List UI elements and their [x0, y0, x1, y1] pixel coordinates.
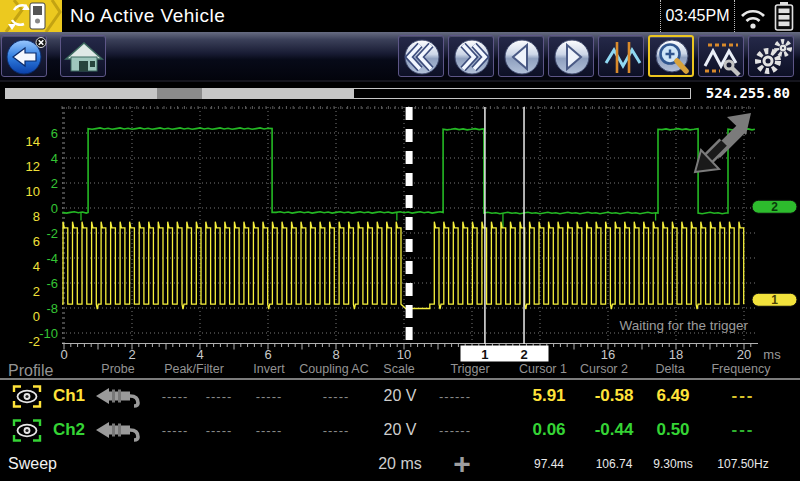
svg-text:12: 12: [26, 159, 40, 174]
ch1-peak-filter-2[interactable]: -----: [196, 379, 242, 413]
ch2-coupling[interactable]: -----: [313, 413, 359, 447]
scope-app: No Active Vehicle 03:45PM: [0, 0, 800, 481]
svg-text:2: 2: [33, 284, 40, 299]
sweep-scale[interactable]: 20 ms: [360, 447, 440, 481]
scroll-left-fast-button[interactable]: [398, 35, 444, 77]
svg-text:18: 18: [669, 347, 683, 362]
svg-text:6: 6: [33, 234, 40, 249]
vehicle-title: No Active Vehicle: [70, 5, 225, 27]
svg-text:16: 16: [601, 347, 615, 362]
add-trigger-button[interactable]: +: [444, 447, 480, 481]
sweep-label: Sweep: [8, 447, 57, 481]
buffer-position-value: 524.255.80: [706, 85, 790, 101]
probe-icon: [95, 384, 147, 408]
scope-plot: 0246810161820ms14121086420-26420-2-4-6-8…: [0, 104, 800, 362]
eye-icon: [12, 418, 42, 443]
back-button[interactable]: [1, 35, 47, 77]
ch1-frequency-value: ---: [698, 379, 788, 413]
svg-text:2: 2: [771, 200, 778, 214]
svg-text:6: 6: [51, 126, 58, 141]
eye-icon: [12, 384, 42, 409]
channel-1-row: Ch1 ----- ----- ----- ----- 20 V ------ …: [0, 379, 800, 413]
title-bar: No Active Vehicle 03:45PM: [0, 0, 800, 32]
clock: 03:45PM: [660, 0, 735, 32]
channel-2-row: Ch2 ----- ----- ----- ----- 20 V ------ …: [0, 413, 800, 447]
svg-text:0: 0: [60, 347, 67, 362]
svg-text:0: 0: [51, 201, 58, 216]
svg-text:1: 1: [771, 293, 778, 307]
double-chevron-left-icon: [400, 37, 444, 77]
battery-icon: [773, 2, 795, 35]
header-frequency: Frequency: [701, 362, 781, 376]
app-logo-icon[interactable]: [0, 0, 62, 32]
svg-text:-8: -8: [46, 301, 58, 316]
ch1-invert[interactable]: -----: [246, 379, 292, 413]
ch1-label[interactable]: Ch1: [46, 379, 92, 413]
resize-arrows-icon[interactable]: [695, 113, 751, 172]
svg-text:14: 14: [26, 134, 40, 149]
step-left-button[interactable]: [498, 35, 544, 77]
header-trigger: Trigger: [435, 362, 505, 376]
ch2-trigger[interactable]: ------: [425, 413, 485, 447]
toolbar: [0, 32, 800, 82]
ch2-peak-filter-1[interactable]: -----: [152, 413, 198, 447]
ch2-visibility-toggle[interactable]: [10, 413, 44, 447]
scope-setup-button[interactable]: [698, 35, 744, 77]
step-right-button[interactable]: [548, 35, 594, 77]
scroll-right-fast-button[interactable]: [448, 35, 494, 77]
zoom-button[interactable]: [648, 35, 694, 77]
svg-text:8: 8: [332, 347, 339, 362]
svg-text:10: 10: [397, 347, 411, 362]
header-scale: Scale: [364, 362, 434, 376]
waveform-wrench-icon: [700, 37, 744, 77]
ch2-peak-filter-2[interactable]: -----: [196, 413, 242, 447]
sweep-frequency-value: 107.50Hz: [698, 447, 788, 481]
waiting-status-text: Waiting for the trigger: [619, 318, 748, 333]
settings-button[interactable]: [748, 35, 794, 77]
scrollbar-handle[interactable]: [157, 88, 202, 99]
svg-text:ms: ms: [763, 347, 781, 362]
svg-text:-4: -4: [46, 251, 58, 266]
ch1-trace: [62, 222, 744, 310]
clock-text: 03:45PM: [665, 7, 729, 24]
wifi-icon: [738, 3, 768, 34]
header-cursor1: Cursor 1: [508, 362, 578, 376]
ch2-invert[interactable]: -----: [246, 413, 292, 447]
svg-text:2: 2: [51, 176, 58, 191]
cursors-button[interactable]: [598, 35, 644, 77]
gears-icon: [750, 37, 794, 77]
triangle-left-icon: [500, 37, 544, 77]
home-icon: [62, 37, 106, 77]
svg-text:6: 6: [264, 347, 271, 362]
svg-text:4: 4: [196, 347, 203, 362]
double-chevron-right-icon: [450, 37, 494, 77]
buffer-scrollbar: 524.255.80: [0, 82, 800, 104]
svg-text:-2: -2: [46, 226, 58, 241]
probe-icon: [95, 418, 147, 442]
ch2-probe-button[interactable]: [92, 413, 150, 447]
waveform-cursors-icon: [600, 37, 644, 77]
scrollbar-view-range[interactable]: [353, 88, 691, 99]
header-probe: Probe: [88, 362, 148, 376]
ch1-coupling[interactable]: -----: [313, 379, 359, 413]
ch1-probe-button[interactable]: [92, 379, 150, 413]
svg-text:2: 2: [128, 347, 135, 362]
magnifier-plus-icon: [651, 38, 695, 78]
cursor-1-flag[interactable]: 1: [481, 347, 488, 362]
sweep-row: Sweep 20 ms + 97.44 106.74 9.30ms 107.50…: [0, 447, 800, 481]
ch1-trigger[interactable]: ------: [425, 379, 485, 413]
header-peak-filter: Peak/Filter: [144, 362, 244, 376]
table-header-row: Profile Probe Peak/Filter Invert Couplin…: [0, 362, 800, 378]
header-delta: Delta: [635, 362, 705, 376]
svg-text:-6: -6: [46, 276, 58, 291]
ch1-visibility-toggle[interactable]: [10, 379, 44, 413]
header-cursor2: Cursor 2: [569, 362, 639, 376]
ch2-label[interactable]: Ch2: [46, 413, 92, 447]
ch1-peak-filter-1[interactable]: -----: [152, 379, 198, 413]
home-button[interactable]: [60, 35, 106, 77]
cursor-2-flag[interactable]: 2: [520, 347, 527, 362]
svg-text:20: 20: [737, 347, 751, 362]
triangle-right-icon: [550, 37, 594, 77]
ch2-frequency-value: ---: [698, 413, 788, 447]
svg-text:10: 10: [26, 184, 40, 199]
